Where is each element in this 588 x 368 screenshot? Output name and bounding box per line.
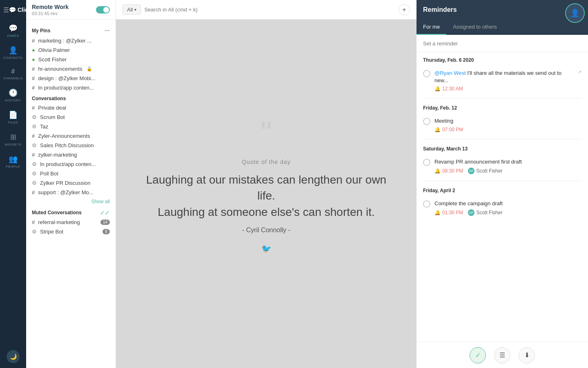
reminder-checkbox[interactable] [423,118,430,125]
reminder-date-label: Thursday, Feb. 6 2020 [423,57,581,63]
people-label: PEOPLE [6,165,20,168]
close-button[interactable]: ✕ [575,5,581,14]
external-link-icon[interactable]: ↗ [578,70,581,75]
reminder-item: Meeting 🔔 07:00 PM [423,114,581,136]
reminder-checkbox[interactable] [423,70,430,77]
conv-item-label: Taz [40,123,48,130]
muted-item-label: Stripe Bot [40,229,63,235]
sidebar-item-chats[interactable]: 💬 CHATS [0,20,26,42]
my-pins-more-button[interactable]: ··· [105,27,110,34]
conv-item-label: Scrum Bot [40,114,65,120]
divider [423,98,581,99]
reminder-text-input[interactable] [423,40,581,47]
list-item[interactable]: # Zyler-Announcements [26,131,116,141]
reminder-item: Complete the campaign draft 🔔 01:30 PM S… [423,197,581,219]
channels-label: CHANNELS [3,76,23,80]
tab-assigned-to-others[interactable]: Assigned to others [446,20,503,35]
reminders-sort-button[interactable]: ⬇ [519,347,535,364]
list-item[interactable]: # zylker-marketing [26,150,116,159]
bot-icon: ⚙ [32,123,37,130]
list-item[interactable]: # In product/app conten... [26,83,116,92]
list-item[interactable]: ⚙ Stripe Bot 8 [26,227,116,236]
sidebar: Remote Work 03:31:45 Hrs My Pins ··· # m… [26,0,116,368]
list-item[interactable]: ⚙ In product/app conten... [26,159,116,169]
quote-label: Quote of the day [242,159,291,165]
new-button[interactable]: + [399,4,410,16]
unread-badge: 14 [100,220,110,225]
tab-for-me[interactable]: For me [416,20,446,35]
reminder-date-label: Friday, Feb. 12 [423,105,581,111]
reminder-assignee: SF Scott Fisher [468,209,502,216]
divider [423,139,581,139]
hamburger-icon[interactable]: ☰ [3,6,9,14]
conv-item-label: Sales Pitch Discussion [40,142,94,148]
pin-item-label: hr-announcements [38,66,82,72]
list-item[interactable]: ⚙ Taz [26,122,116,131]
bot-icon: ⚙ [32,171,37,177]
search-filter-dropdown[interactable]: All ▾ [122,4,141,15]
list-item[interactable]: ⚙ Zylker PR Discussion [26,178,116,188]
reminders-list-view-button[interactable]: ☰ [494,347,510,364]
active-toggle[interactable] [96,6,110,13]
sidebar-item-channels[interactable]: # CHANNELS [0,64,26,84]
list-item[interactable]: # marketing : @Zylker ... [26,36,116,45]
list-item[interactable]: # design : @Zylker Mobi... [26,74,116,83]
search-input[interactable] [144,7,395,13]
list-item[interactable]: # hr-announcements 🔒 [26,64,116,74]
conversations-section: Conversations [26,92,116,103]
chats-icon: 💬 [9,24,18,33]
muted-icon: ✓✓ [100,209,110,216]
reminder-time-value: 07:00 PM [442,127,463,132]
reminders-header: Reminders ✕ [416,0,588,20]
sidebar-item-contacts[interactable]: 👤 CONTACTS [0,42,26,64]
hash-icon: # [32,105,35,111]
user-avatar[interactable]: 🌙 [7,350,20,363]
search-filter-label: All [127,7,133,13]
reminder-checkbox[interactable] [423,159,430,166]
list-item[interactable]: ● Scott Fisher [26,55,116,64]
icon-bar: ☰ 💬 Cliq 🔔 💬 CHATS 👤 CONTACTS # CHANNELS… [0,0,26,368]
reminders-check-filter-button[interactable]: ✓ [470,347,486,364]
widgets-icon: ⊞ [10,132,16,141]
list-item[interactable]: ⚙ Sales Pitch Discussion [26,141,116,150]
list-item[interactable]: # Private deal [26,103,116,112]
lock-icon: 🔒 [87,66,92,72]
show-all-button[interactable]: Show all [26,197,116,206]
sidebar-item-files[interactable]: 📄 FILES [0,106,26,128]
reminder-mention[interactable]: @Ryan West [434,70,466,76]
app-logo: 💬 Cliq [9,7,28,13]
list-item[interactable]: ⚙ Scrum Bot [26,112,116,122]
list-item[interactable]: ⚙ Poll Bot [26,169,116,178]
assignee-avatar: SF [468,209,474,216]
sidebar-item-people[interactable]: 👥 PEOPLE [0,150,26,173]
reminder-item: @Ryan West I'll share all the materials … [423,66,581,95]
reminder-text: @Ryan West I'll share all the materials … [434,70,574,84]
main-content: All ▾ + " Quote of the day Laughing at o… [116,0,416,368]
widgets-label: WIDGETS [5,143,22,146]
reminder-meta: 🔔 07:00 PM [434,127,581,132]
reminder-date-label: Saturday, March 13 [423,146,581,152]
channels-icon: # [11,68,15,75]
sidebar-content: My Pins ··· # marketing : @Zylker ... ● … [26,20,116,368]
sidebar-item-history[interactable]: 🕐 HISTORY [0,84,26,106]
reminder-date-group: Saturday, March 13 Revamp PR announcemen… [423,141,581,179]
quote-decoration-icon: " [261,114,272,152]
hash-icon: # [32,85,35,91]
list-item[interactable]: # support : @Zylker Mo... [26,188,116,197]
pin-item-label: Scott Fisher [38,56,67,63]
list-item[interactable]: ● Olivia Palmer [26,45,116,55]
reminder-text: Revamp PR announcement first draft [434,158,581,166]
reminder-assignee: SF Scott Fisher [468,168,502,174]
bot-icon: ⚙ [32,114,37,120]
workspace-time: 03:31:45 Hrs [32,11,69,16]
clock-icon: 🔔 [434,86,441,92]
hash-icon: # [32,66,35,72]
my-pins-section: My Pins ··· [26,24,116,36]
twitter-icon[interactable]: 🐦 [261,244,272,254]
reminder-checkbox[interactable] [423,200,430,208]
pin-item-label: design : @Zylker Mobi... [38,75,95,81]
list-item[interactable]: # referral-marketing 14 [26,218,116,227]
conv-item-label: Zylker PR Discussion [40,180,91,186]
sidebar-item-widgets[interactable]: ⊞ WIDGETS [0,128,26,150]
history-icon: 🕐 [9,88,18,97]
